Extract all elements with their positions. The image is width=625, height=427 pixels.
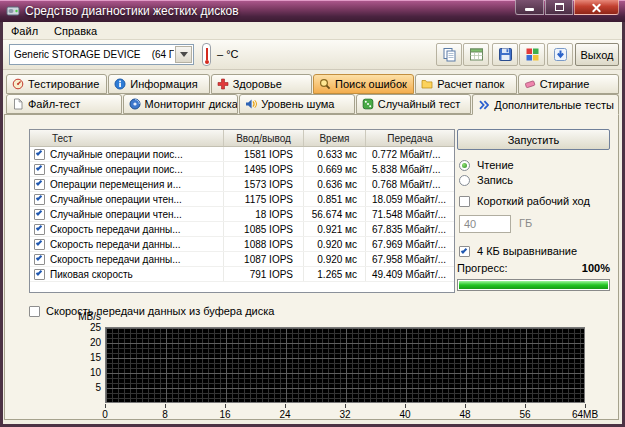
error-search-icon [319,78,331,90]
io-value: 1085 IOPS [224,222,304,236]
menu-file[interactable]: Файл [3,24,46,38]
x-tickmark [525,404,526,408]
table-row[interactable]: Скорость передачи данны... 1085 IOPS 0.9… [30,222,454,237]
read-radio[interactable] [459,160,470,171]
tab-label: Тестирование [28,78,99,90]
transfer-value: 18.059 Мбайт/... [366,192,454,206]
table-row[interactable]: Случайные операции чтен... 18 IOPS 56.67… [30,207,454,222]
gb-input[interactable]: 40 [459,215,511,233]
col-header-test[interactable]: Тест [30,130,224,146]
report-button[interactable] [463,43,489,66]
time-value: 0.921 мс [304,222,366,236]
close-button[interactable] [574,0,619,15]
tests-table: Тест Ввод/вывод Время Передача Случайные… [29,129,455,293]
device-select[interactable]: Generic STORAGE DEVICE (64 ГБ) [9,44,194,65]
row-checkbox[interactable] [34,269,45,280]
tab-random-test[interactable]: Случайный тест [356,94,472,114]
tab-noise-level[interactable]: Уровень шума [239,94,355,114]
gb-input-value: 40 [464,218,476,230]
table-row[interactable]: Скорость передачи данны... 1087 IOPS 0.9… [30,252,454,267]
colors-icon [525,47,540,62]
x-tickmark [345,404,346,408]
x-tick: 0 [102,409,108,420]
io-value: 1088 IOPS [224,237,304,251]
read-label[interactable]: Чтение [477,159,514,171]
io-value: 1581 IOPS [224,147,304,161]
window-title: Средство диагностики жестких дисков [25,4,239,18]
tab-erase[interactable]: Стирание [518,74,619,94]
row-checkbox[interactable] [34,224,45,235]
start-button[interactable]: Запустить [457,129,610,150]
maximize-button[interactable] [545,0,573,15]
col-header-transfer[interactable]: Передача [366,130,454,146]
close-icon [591,2,602,13]
menu-bar: Файл Справка [3,22,622,40]
table-row[interactable]: Скорость передачи данны... 1088 IOPS 0.9… [30,237,454,252]
test-name: Случайные операции чтен... [50,209,182,220]
x-tick: 16 [219,409,230,420]
tab-label: Файл-тест [28,98,80,110]
transfer-value: 49.409 Мбайт/... [366,267,454,281]
tab-additional-tests[interactable]: Дополнительные тесты [472,94,619,115]
tab-row-2: Файл-тест Мониторинг диска Уровень шума … [5,94,620,114]
col-header-time[interactable]: Время [304,130,366,146]
transfer-value: 0.768 Мбайт/... [366,177,454,191]
short-stroke-checkbox[interactable] [459,196,470,207]
row-checkbox[interactable] [34,239,45,250]
minimize-button[interactable] [515,0,544,15]
colors-button[interactable] [519,43,545,66]
write-label[interactable]: Запись [477,174,513,186]
menu-help[interactable]: Справка [46,24,105,38]
table-row[interactable]: Случайные операции чтен... 1175 IOPS 0.8… [30,192,454,207]
tab-information[interactable]: Информация [108,74,209,94]
minimize-icon [525,8,534,11]
row-checkbox[interactable] [34,254,45,265]
time-value: 0.851 мс [304,192,366,206]
tab-disk-monitoring[interactable]: Мониторинг диска [123,94,239,114]
progress-fill [459,281,608,289]
row-checkbox[interactable] [34,149,45,160]
y-tick: 20 [65,337,101,348]
table-row[interactable]: Пиковая скорость 791 IOPS 1.265 мс 49.40… [30,267,454,282]
tab-label: Дополнительные тесты [494,99,614,111]
exit-button[interactable]: Выход [575,43,619,66]
x-tickmark [405,404,406,408]
row-checkbox[interactable] [34,164,45,175]
col-header-io[interactable]: Ввод/вывод [224,130,304,146]
device-select-value: Generic STORAGE DEVICE (64 ГБ) [10,49,174,60]
app-icon [6,4,20,18]
time-value: 1.265 мс [304,267,366,281]
tab-testing[interactable]: Тестирование [6,74,107,94]
write-radio[interactable] [459,175,470,186]
row-checkbox[interactable] [34,179,45,190]
tab-file-test[interactable]: Файл-тест [6,94,122,114]
short-stroke-label[interactable]: Короткий рабочий ход [477,195,590,207]
row-checkbox[interactable] [34,194,45,205]
folder-calc-icon [421,78,433,90]
progress-bar [457,279,610,291]
buffer-speed-checkbox[interactable] [29,306,40,317]
test-options-panel: Запустить Чтение Запись Короткий рабочий… [457,129,610,295]
table-row[interactable]: Случайные операции поис... 1495 IOPS 0.6… [30,162,454,177]
save-button[interactable] [492,43,518,66]
io-value: 1087 IOPS [224,252,304,266]
alignment-label[interactable]: 4 КБ выравнивание [477,245,577,257]
update-icon [553,47,568,62]
update-button[interactable] [547,43,573,66]
titlebar[interactable]: Средство диагностики жестких дисков [0,0,625,22]
window-controls [514,0,619,15]
tab-folder-calc[interactable]: Расчет папок [415,74,516,94]
chevron-down-icon[interactable] [175,46,192,63]
tab-health[interactable]: Здоровье [211,74,312,94]
thermometer-icon [202,43,211,66]
table-row[interactable]: Операции перемещения и... 1573 IOPS 0.63… [30,177,454,192]
row-checkbox[interactable] [34,209,45,220]
y-tick: 5 [65,382,101,393]
alignment-checkbox[interactable] [459,246,470,257]
tab-error-search[interactable]: Поиск ошибок [313,74,414,94]
speed-chart-plot [105,327,585,403]
copy-button[interactable] [436,43,462,66]
tab-page-additional-tests: Тест Ввод/вывод Время Передача Случайные… [4,114,619,420]
table-row[interactable]: Случайные операции поис... 1581 IOPS 0.6… [30,147,454,162]
x-tickmark [585,404,586,408]
